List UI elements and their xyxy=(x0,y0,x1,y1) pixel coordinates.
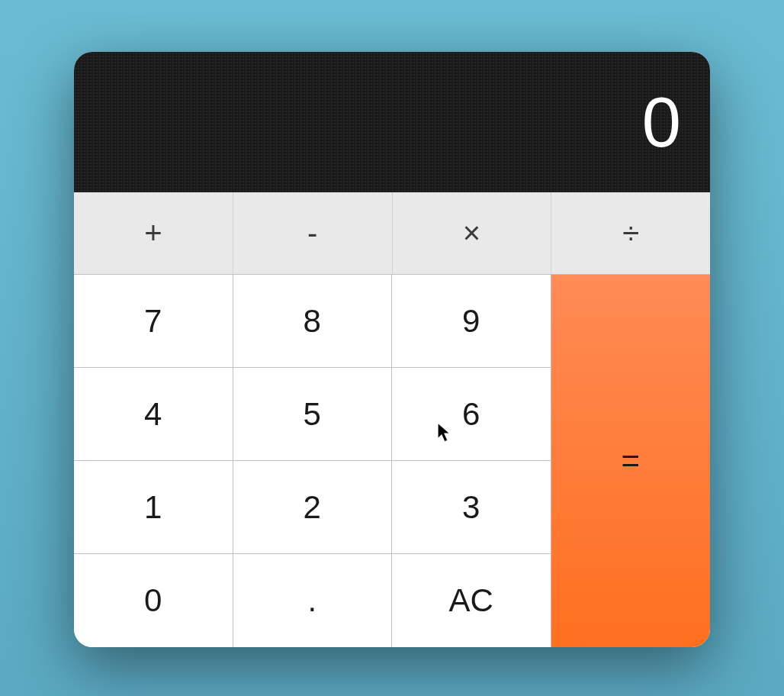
digit-5-button[interactable]: 5 xyxy=(233,368,393,461)
digit-0-button[interactable]: 0 xyxy=(74,554,233,647)
operator-row: + - × ÷ xyxy=(74,192,710,275)
plus-button[interactable]: + xyxy=(74,192,233,275)
digit-1-button[interactable]: 1 xyxy=(74,461,233,554)
divide-button[interactable]: ÷ xyxy=(551,192,710,275)
digit-7-button[interactable]: 7 xyxy=(74,275,233,368)
equals-button[interactable]: = xyxy=(551,275,711,647)
digit-3-button[interactable]: 3 xyxy=(392,461,551,554)
digit-9-button[interactable]: 9 xyxy=(392,275,551,368)
digit-4-button[interactable]: 4 xyxy=(74,368,233,461)
equals-column: = xyxy=(551,275,711,647)
digit-8-button[interactable]: 8 xyxy=(233,275,393,368)
digit-6-button[interactable]: 6 xyxy=(392,368,551,461)
number-grid: 7 8 9 4 5 6 1 2 3 0 . AC xyxy=(74,275,551,647)
calculator: 0 + - × ÷ 7 8 9 4 5 6 1 2 3 0 . AC = xyxy=(74,52,710,647)
minus-button[interactable]: - xyxy=(233,192,393,275)
multiply-button[interactable]: × xyxy=(393,192,552,275)
main-area: 7 8 9 4 5 6 1 2 3 0 . AC = xyxy=(74,275,710,647)
digit-2-button[interactable]: 2 xyxy=(233,461,393,554)
display: 0 xyxy=(74,52,710,192)
all-clear-button[interactable]: AC xyxy=(392,554,551,647)
decimal-button[interactable]: . xyxy=(233,554,393,647)
